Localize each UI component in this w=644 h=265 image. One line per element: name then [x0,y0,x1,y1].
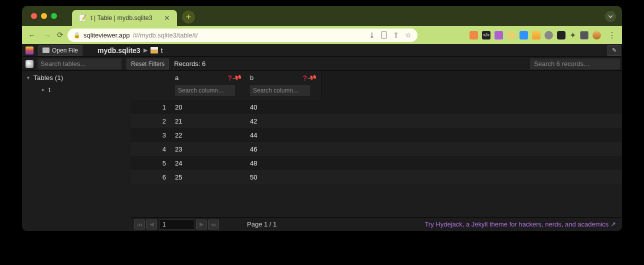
promo-text: Try Hydejack, a Jekyll theme for hackers… [424,220,616,228]
reset-filters-button[interactable]: Reset Filters [126,58,169,70]
open-file-label: Open File [52,47,78,54]
last-page-button[interactable]: ⏭ [208,220,219,230]
row-index: 4 [131,146,171,153]
extension-icon[interactable] [520,31,528,40]
cell-a: 21 [171,118,246,125]
data-grid: a ? 📌 b ? 📌 [131,71,622,184]
chevron-down-icon [608,14,613,19]
minimize-window-button[interactable] [41,13,47,19]
tabs-dropdown-button[interactable] [605,11,616,22]
browser-toolbar: ← → ⟳ 🔒 sqliteviewer.app/#/mydb.sqlite3/… [22,26,622,44]
main-area: ▼ Tables (1) ▼ t a ? 📌 [22,71,622,231]
extension-icon[interactable] [580,31,588,40]
table-row[interactable]: 52448 [131,156,622,170]
search-tables-input[interactable] [38,58,122,70]
breadcrumb-db[interactable]: mydb.sqlite3 [98,46,140,54]
pencil-icon: ✎ [612,47,616,54]
edit-button[interactable]: ✎ [608,45,620,56]
browser-tabstrip: 📝 t | Table | mydb.sqlite3 ✕ + [22,6,622,26]
row-index: 3 [131,132,171,139]
url-path: /#/mydb.sqlite3/table/t/ [133,32,198,39]
browser-tab[interactable]: 📝 t | Table | mydb.sqlite3 ✕ [72,10,177,26]
breadcrumb-table: t [161,46,163,54]
page-icon[interactable] [381,32,387,38]
folder-icon [42,48,50,53]
forward-button[interactable]: → [42,31,53,40]
column-filter-b[interactable] [250,85,310,96]
tables-tree-label: Tables (1) [34,74,63,82]
extensions-menu-icon[interactable]: ✦ [570,30,576,40]
cell-b: 46 [246,146,321,153]
row-index: 2 [131,118,171,125]
column-header-a[interactable]: a ? 📌 [171,71,246,84]
page-input[interactable] [159,220,195,230]
pager-footer: ⏮ ◀ ▶ ⏭ Page 1 / 1 Try Hydejack, a Jekyl… [131,217,622,231]
extension-icon[interactable] [532,31,540,40]
cell-b: 50 [246,174,321,181]
cell-b: 40 [246,104,321,111]
row-index: 1 [131,104,171,111]
promo-link[interactable]: Try Hydejack, a Jekyll theme for hackers… [424,220,616,228]
table-row[interactable]: 12040 [131,100,622,114]
filter-row [131,84,622,100]
tables-tree-header[interactable]: ▼ Tables (1) [22,71,131,84]
cell-b: 44 [246,132,321,139]
tab-title: t | Table | mydb.sqlite3 [90,14,152,22]
install-app-icon[interactable]: ⤓ [369,31,375,39]
page-label: Page 1 / 1 [247,220,276,228]
extension-icon[interactable] [557,31,566,40]
extension-icon[interactable] [494,31,503,40]
cell-a: 20 [171,104,246,111]
prev-page-button[interactable]: ◀ [146,220,157,230]
row-index: 6 [131,174,171,181]
extension-icon[interactable] [507,31,516,40]
tab-favicon: 📝 [79,14,86,22]
column-header-b[interactable]: b ? 📌 [246,71,321,84]
open-file-button[interactable]: Open File [38,45,82,56]
sidebar: ▼ Tables (1) ▼ t [22,71,131,231]
address-bar[interactable]: 🔒 sqliteviewer.app/#/mydb.sqlite3/table/… [68,28,418,42]
cell-a: 22 [171,132,246,139]
reload-button[interactable]: ⟳ [57,30,64,40]
extension-icon[interactable] [544,31,553,40]
table-row[interactable]: 22142 [131,114,622,128]
search-records-input[interactable] [530,58,620,70]
cell-a: 23 [171,146,246,153]
browser-menu-button[interactable]: ⋮ [608,30,616,40]
close-window-button[interactable] [31,13,37,19]
cell-a: 25 [171,174,246,181]
table-row[interactable]: 32244 [131,128,622,142]
back-button[interactable]: ← [26,31,38,40]
new-tab-button[interactable]: + [182,10,195,24]
app-badge-icon[interactable] [26,60,34,68]
breadcrumb: mydb.sqlite3 ▶ t [98,46,162,54]
table-area: a ? 📌 b ? 📌 [131,71,622,231]
extension-icon[interactable]: </> [482,31,490,40]
lock-icon: 🔒 [74,32,80,38]
table-icon [150,47,158,54]
column-name: a [175,74,178,82]
browser-window: 📝 t | Table | mydb.sqlite3 ✕ + ← → ⟳ 🔒 s… [22,6,622,231]
extension-icon[interactable] [470,31,478,40]
share-icon[interactable]: ⇧ [393,31,399,39]
table-row[interactable]: 62550 [131,170,622,184]
pin-icon[interactable]: 📌 [232,72,242,83]
sidebar-item-table[interactable]: ▼ t [22,84,131,95]
window-controls [31,13,57,19]
app-logo [22,46,37,54]
table-row[interactable]: 42346 [131,142,622,156]
bookmark-icon[interactable]: ☆ [405,31,412,39]
records-count: Records: 6 [174,60,206,68]
first-page-button[interactable]: ⏮ [134,220,145,230]
maximize-window-button[interactable] [51,13,57,19]
type-unknown-icon[interactable]: ? [228,74,232,82]
profile-avatar[interactable] [592,31,601,40]
next-page-button[interactable]: ▶ [196,220,207,230]
type-unknown-icon[interactable]: ? [302,74,307,82]
sidebar-item-label: t [48,86,50,94]
pin-icon[interactable]: 📌 [306,72,317,83]
column-filter-a[interactable] [175,85,235,96]
url-host: sqliteviewer.app [84,32,130,39]
rows-container: 120402214232244423465244862550 [131,100,622,184]
close-tab-icon[interactable]: ✕ [164,14,170,22]
